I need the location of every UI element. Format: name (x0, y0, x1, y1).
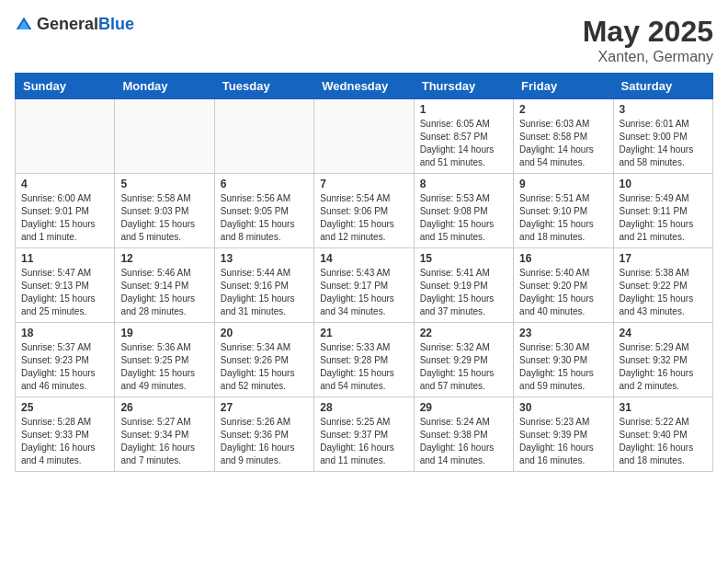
calendar-day-cell: 7Sunrise: 5:54 AM Sunset: 9:06 PM Daylig… (314, 174, 414, 248)
day-info: Sunrise: 5:22 AM Sunset: 9:40 PM Dayligh… (620, 416, 707, 467)
calendar-day-cell: 28Sunrise: 5:25 AM Sunset: 9:37 PM Dayli… (314, 397, 414, 472)
day-number: 20 (221, 327, 308, 339)
day-of-week-header: Saturday (613, 74, 712, 99)
day-number: 19 (120, 327, 208, 339)
calendar-day-cell: 24Sunrise: 5:29 AM Sunset: 9:32 PM Dayli… (613, 323, 712, 397)
day-info: Sunrise: 5:58 AM Sunset: 9:03 PM Dayligh… (120, 192, 208, 244)
day-number: 9 (519, 178, 607, 190)
calendar-week-row: 25Sunrise: 5:28 AM Sunset: 9:33 PM Dayli… (16, 397, 713, 472)
day-number: 7 (320, 178, 407, 190)
day-number: 27 (221, 401, 308, 414)
day-info: Sunrise: 5:46 AM Sunset: 9:14 PM Dayligh… (120, 267, 208, 318)
calendar-day-cell: 18Sunrise: 5:37 AM Sunset: 9:23 PM Dayli… (16, 323, 115, 397)
day-info: Sunrise: 5:28 AM Sunset: 9:33 PM Dayligh… (21, 416, 108, 467)
day-info: Sunrise: 5:54 AM Sunset: 9:06 PM Dayligh… (320, 192, 407, 244)
month-title: May 2025 (583, 15, 713, 49)
day-number: 10 (620, 178, 707, 190)
day-info: Sunrise: 5:44 AM Sunset: 9:16 PM Dayligh… (221, 267, 308, 318)
calendar-day-cell (115, 99, 214, 174)
day-of-week-header: Wednesday (314, 74, 414, 99)
day-number: 18 (21, 327, 108, 339)
logo-blue-text: Blue (98, 15, 134, 33)
day-number: 23 (519, 327, 607, 339)
day-number: 30 (519, 401, 607, 414)
day-number: 26 (120, 401, 208, 414)
day-number: 14 (320, 252, 407, 265)
calendar-day-cell: 15Sunrise: 5:41 AM Sunset: 9:19 PM Dayli… (414, 248, 513, 323)
day-number: 24 (620, 327, 707, 339)
day-of-week-header: Tuesday (214, 74, 313, 99)
day-info: Sunrise: 5:36 AM Sunset: 9:25 PM Dayligh… (120, 341, 208, 393)
day-number: 1 (420, 103, 507, 116)
calendar-day-cell: 9Sunrise: 5:51 AM Sunset: 9:10 PM Daylig… (514, 174, 613, 248)
day-info: Sunrise: 5:30 AM Sunset: 9:30 PM Dayligh… (519, 341, 607, 393)
calendar-week-row: 11Sunrise: 5:47 AM Sunset: 9:13 PM Dayli… (16, 248, 713, 323)
day-number: 8 (420, 178, 507, 190)
calendar-day-cell: 19Sunrise: 5:36 AM Sunset: 9:25 PM Dayli… (115, 323, 214, 397)
day-number: 28 (320, 401, 407, 414)
day-info: Sunrise: 5:33 AM Sunset: 9:28 PM Dayligh… (320, 341, 407, 393)
day-info: Sunrise: 5:24 AM Sunset: 9:38 PM Dayligh… (420, 416, 507, 467)
day-of-week-header: Sunday (16, 74, 115, 99)
calendar-day-cell: 22Sunrise: 5:32 AM Sunset: 9:29 PM Dayli… (414, 323, 513, 397)
day-info: Sunrise: 5:51 AM Sunset: 9:10 PM Dayligh… (519, 192, 607, 244)
calendar-day-cell: 12Sunrise: 5:46 AM Sunset: 9:14 PM Dayli… (115, 248, 214, 323)
day-number: 6 (221, 178, 308, 190)
calendar-day-cell (314, 99, 414, 174)
day-info: Sunrise: 6:01 AM Sunset: 9:00 PM Dayligh… (620, 118, 707, 169)
day-info: Sunrise: 5:49 AM Sunset: 9:11 PM Dayligh… (620, 192, 707, 244)
calendar-day-cell: 26Sunrise: 5:27 AM Sunset: 9:34 PM Dayli… (115, 397, 214, 472)
day-number: 11 (21, 252, 108, 265)
logo-icon (15, 16, 33, 34)
day-number: 21 (320, 327, 407, 339)
day-number: 29 (420, 401, 507, 414)
calendar-day-cell: 25Sunrise: 5:28 AM Sunset: 9:33 PM Dayli… (16, 397, 115, 472)
calendar-day-cell: 29Sunrise: 5:24 AM Sunset: 9:38 PM Dayli… (414, 397, 513, 472)
day-info: Sunrise: 5:27 AM Sunset: 9:34 PM Dayligh… (120, 416, 208, 467)
day-info: Sunrise: 5:29 AM Sunset: 9:32 PM Dayligh… (620, 341, 707, 393)
day-info: Sunrise: 6:03 AM Sunset: 8:58 PM Dayligh… (519, 118, 607, 169)
calendar-day-cell: 27Sunrise: 5:26 AM Sunset: 9:36 PM Dayli… (214, 397, 313, 472)
calendar-day-cell: 3Sunrise: 6:01 AM Sunset: 9:00 PM Daylig… (613, 99, 712, 174)
day-number: 5 (120, 178, 208, 190)
calendar-day-cell: 8Sunrise: 5:53 AM Sunset: 9:08 PM Daylig… (414, 174, 513, 248)
calendar-week-row: 18Sunrise: 5:37 AM Sunset: 9:23 PM Dayli… (16, 323, 713, 397)
day-info: Sunrise: 5:34 AM Sunset: 9:26 PM Dayligh… (221, 341, 308, 393)
calendar-day-cell: 16Sunrise: 5:40 AM Sunset: 9:20 PM Dayli… (514, 248, 613, 323)
calendar-table: SundayMondayTuesdayWednesdayThursdayFrid… (15, 73, 713, 472)
calendar-day-cell: 14Sunrise: 5:43 AM Sunset: 9:17 PM Dayli… (314, 248, 414, 323)
day-info: Sunrise: 5:32 AM Sunset: 9:29 PM Dayligh… (420, 341, 507, 393)
day-of-week-header: Monday (115, 74, 214, 99)
day-number: 17 (620, 252, 707, 265)
day-number: 22 (420, 327, 507, 339)
day-info: Sunrise: 6:05 AM Sunset: 8:57 PM Dayligh… (420, 118, 507, 169)
day-of-week-header: Thursday (414, 74, 513, 99)
calendar-day-cell: 10Sunrise: 5:49 AM Sunset: 9:11 PM Dayli… (613, 174, 712, 248)
calendar-day-cell: 1Sunrise: 6:05 AM Sunset: 8:57 PM Daylig… (414, 99, 513, 174)
calendar-day-cell: 5Sunrise: 5:58 AM Sunset: 9:03 PM Daylig… (115, 174, 214, 248)
page-header: GeneralBlue May 2025 Xanten, Germany (15, 15, 713, 65)
day-info: Sunrise: 5:43 AM Sunset: 9:17 PM Dayligh… (320, 267, 407, 318)
day-info: Sunrise: 5:38 AM Sunset: 9:22 PM Dayligh… (620, 267, 707, 318)
calendar-day-cell: 13Sunrise: 5:44 AM Sunset: 9:16 PM Dayli… (214, 248, 313, 323)
calendar-day-cell: 20Sunrise: 5:34 AM Sunset: 9:26 PM Dayli… (214, 323, 313, 397)
logo: GeneralBlue (15, 15, 134, 34)
location-title: Xanten, Germany (583, 49, 713, 65)
calendar-day-cell: 2Sunrise: 6:03 AM Sunset: 8:58 PM Daylig… (514, 99, 613, 174)
day-info: Sunrise: 5:47 AM Sunset: 9:13 PM Dayligh… (21, 267, 108, 318)
day-number: 31 (620, 401, 707, 414)
day-info: Sunrise: 5:41 AM Sunset: 9:19 PM Dayligh… (420, 267, 507, 318)
calendar-header-row: SundayMondayTuesdayWednesdayThursdayFrid… (16, 74, 713, 99)
day-info: Sunrise: 6:00 AM Sunset: 9:01 PM Dayligh… (21, 192, 108, 244)
calendar-day-cell: 11Sunrise: 5:47 AM Sunset: 9:13 PM Dayli… (16, 248, 115, 323)
title-section: May 2025 Xanten, Germany (583, 15, 713, 65)
day-info: Sunrise: 5:26 AM Sunset: 9:36 PM Dayligh… (221, 416, 308, 467)
day-info: Sunrise: 5:23 AM Sunset: 9:39 PM Dayligh… (519, 416, 607, 467)
logo-general-text: General (37, 15, 98, 33)
day-number: 12 (120, 252, 208, 265)
day-number: 3 (620, 103, 707, 116)
calendar-day-cell: 23Sunrise: 5:30 AM Sunset: 9:30 PM Dayli… (514, 323, 613, 397)
calendar-day-cell: 30Sunrise: 5:23 AM Sunset: 9:39 PM Dayli… (514, 397, 613, 472)
day-number: 15 (420, 252, 507, 265)
day-number: 13 (221, 252, 308, 265)
